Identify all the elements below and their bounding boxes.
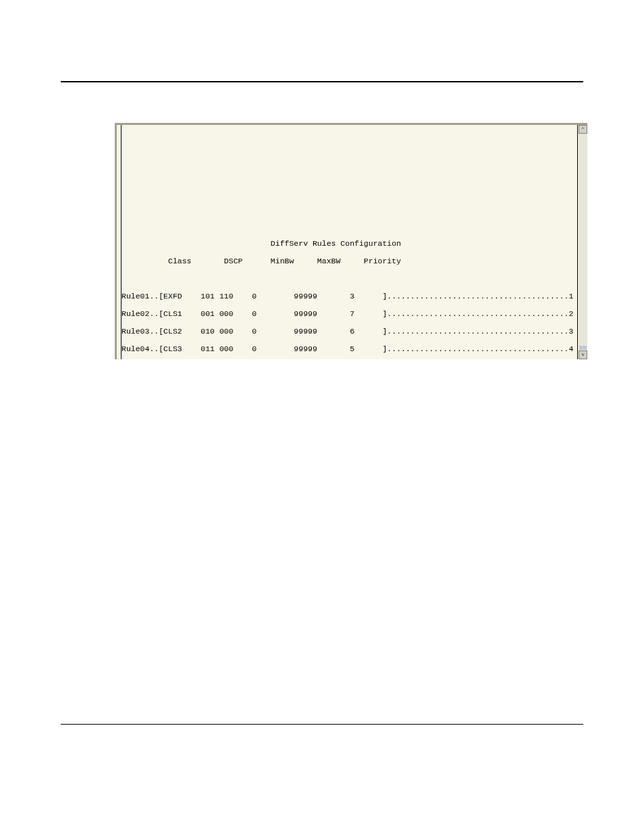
column-headers: Class DSCP MinBw MaxBW Priority xyxy=(122,257,577,265)
screen-title: DiffServ Rules Configuration xyxy=(122,239,577,248)
header-divider xyxy=(61,81,583,82)
terminal-content: DiffServ Rules Configuration Class DSCP … xyxy=(121,125,578,359)
footer-divider xyxy=(61,724,583,725)
rule-row[interactable]: Rule03..[CLS2 010 000 0 99999 6 ].......… xyxy=(122,327,577,336)
rule-row[interactable]: Rule04..[CLS3 011 000 0 99999 5 ].......… xyxy=(122,344,577,353)
rule-row[interactable]: Rule02..[CLS1 001 000 0 99999 7 ].......… xyxy=(122,309,577,318)
rule-row[interactable]: Rule01..[EXFD 101 110 0 99999 3 ].......… xyxy=(122,292,577,301)
scroll-up-icon[interactable]: ^ xyxy=(579,125,587,134)
scroll-down-icon[interactable]: v xyxy=(579,350,587,359)
terminal-window: DiffServ Rules Configuration Class DSCP … xyxy=(115,123,587,359)
scroll-thumb[interactable] xyxy=(579,346,587,350)
vertical-scrollbar[interactable]: ^ v xyxy=(579,125,587,359)
